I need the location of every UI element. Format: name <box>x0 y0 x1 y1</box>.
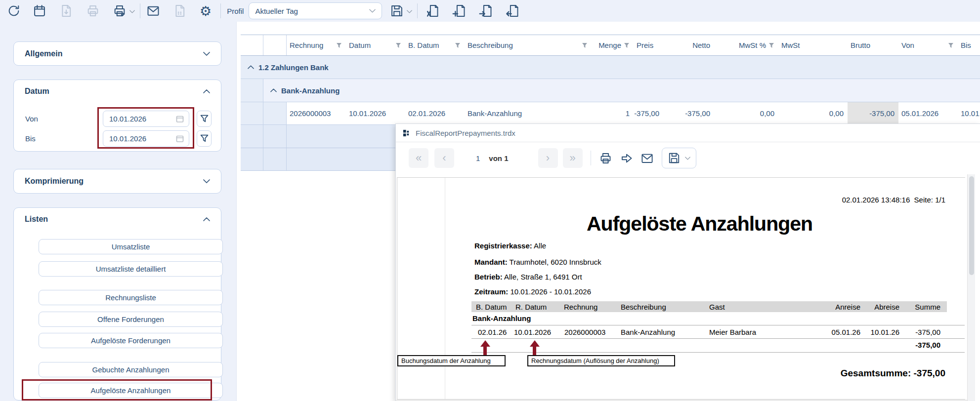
column-label: Beschreibung <box>468 41 513 49</box>
filter-funnel-icon[interactable] <box>948 42 954 48</box>
printer-icon <box>599 152 612 165</box>
button-rechnungsliste[interactable]: Rechnungsliste <box>39 290 223 305</box>
first-page-button[interactable]: « <box>409 148 428 168</box>
meta-label: Mandant: <box>474 258 508 266</box>
meta-label: Zeitraum: <box>474 287 508 296</box>
filter-funnel-icon[interactable] <box>624 42 630 48</box>
collapse-chevron-icon[interactable] <box>248 65 254 69</box>
filter-funnel-icon[interactable] <box>582 42 588 48</box>
rt-header: Beschreibung <box>621 303 666 311</box>
rt-cell-r-datum: 10.01.2026 <box>514 328 551 336</box>
button-offene-forderungen[interactable]: Offene Forderungen <box>39 312 223 327</box>
prev-page-button[interactable]: ‹ <box>434 148 454 168</box>
import-file-button[interactable] <box>506 4 519 18</box>
row-expander-cell2 <box>263 125 287 148</box>
table-row[interactable]: 2026000003 10.01.2026 02.01.2026 Bank-An… <box>241 102 980 125</box>
meta-value: 10.01.2026 - 10.01.2026 <box>511 287 591 296</box>
report-scrollbar[interactable] <box>967 174 975 401</box>
group-row-bank-anzahlung[interactable]: Bank-Anzahlung <box>241 79 980 102</box>
chevron-up-icon <box>203 89 210 93</box>
bis-date-input[interactable]: 10.01.2026 <box>103 130 189 147</box>
rt-header: Gast <box>709 303 725 311</box>
cell-datum: 10.01.2026 <box>346 102 405 124</box>
meta-betrieb: Betrieb: Alle, Straße 1, 6491 Ort <box>474 273 582 281</box>
column-header-datum[interactable]: Datum <box>346 35 405 55</box>
cell-preis: -375,00 <box>634 102 663 124</box>
email-button[interactable] <box>146 4 160 18</box>
profil-label: Profil <box>227 7 244 15</box>
report-print-button[interactable] <box>599 152 612 165</box>
filter-funnel-icon[interactable] <box>336 42 342 48</box>
column-header-rechnung[interactable]: Rechnung <box>287 35 346 55</box>
report-save-split-button[interactable] <box>662 148 696 168</box>
save-dropdown-chevron[interactable] <box>407 7 412 15</box>
button-umsatzliste-detailliert[interactable]: Umsatzliste detailliert <box>39 261 223 277</box>
annotation-arrow-stem <box>533 347 536 355</box>
add-file-button[interactable] <box>452 4 466 18</box>
von-date-input[interactable]: 10.01.2026 <box>103 111 189 127</box>
timestamp-value: 02.01.2026 13:48:16 <box>842 196 910 204</box>
next-page-button[interactable]: › <box>538 148 558 168</box>
scrollbar-thumb[interactable] <box>969 176 974 275</box>
column-header-bis[interactable]: Bis <box>958 35 980 55</box>
von-filter-button[interactable] <box>197 111 212 127</box>
page-number[interactable]: 1 <box>476 154 480 162</box>
first-page-icon: « <box>416 152 422 164</box>
button-gebuchte-anzahlungen[interactable]: Gebuchte Anzahlungen <box>39 362 223 377</box>
annotation-arrow-stem <box>483 347 487 355</box>
grid-header-expander-col2 <box>263 35 287 55</box>
button-umsatzliste[interactable]: Umsatzliste <box>39 239 223 254</box>
cell-von: 05.01.2026 <box>898 102 958 124</box>
group-row-zahlungen-bank[interactable]: 1.2 Zahlungen Bank <box>241 56 980 79</box>
cell-mwst: 0,00 <box>778 102 848 124</box>
file-excel-icon <box>426 4 439 18</box>
panel-datum-header[interactable]: Datum <box>14 80 221 103</box>
profile-select[interactable]: Aktueller Tag <box>249 2 382 19</box>
column-header-von[interactable]: Von <box>898 35 958 55</box>
settings-button[interactable]: ⚙ <box>200 4 212 18</box>
button-aufgeloeste-anzahlungen[interactable]: Aufgelöste Anzahlungen <box>39 383 223 398</box>
refresh-button[interactable] <box>7 4 21 18</box>
column-header-preis[interactable]: Preis <box>634 35 663 55</box>
button-aufgeloeste-forderungen[interactable]: Aufgelöste Forderungen <box>39 333 223 348</box>
floppy-save-icon <box>668 152 681 164</box>
cell-beschreibung: Bank-Anzahlung <box>465 102 592 124</box>
column-label: Brutto <box>851 41 870 49</box>
panel-allgemein: Allgemein <box>13 41 221 66</box>
report-export-button[interactable] <box>620 152 634 165</box>
panel-listen-header[interactable]: Listen <box>14 208 221 231</box>
column-header-netto[interactable]: Netto <box>663 35 714 55</box>
column-header-b-datum[interactable]: B. Datum <box>405 35 465 55</box>
print-button-disabled[interactable] <box>86 4 100 18</box>
cell-brutto-selected[interactable]: -375,00 <box>848 102 898 124</box>
save-profile-button[interactable] <box>390 4 404 18</box>
panel-komprimierung-title: Komprimierung <box>25 177 84 186</box>
filter-funnel-icon[interactable] <box>455 42 461 48</box>
print-dropdown-chevron[interactable] <box>129 7 135 15</box>
calendar-icon <box>176 115 184 123</box>
column-header-menge[interactable]: Menge <box>592 35 634 55</box>
collapse-chevron-icon[interactable] <box>270 88 277 92</box>
filter-funnel-icon[interactable] <box>768 42 774 48</box>
panel-komprimierung-header[interactable]: Komprimierung <box>14 169 221 193</box>
column-header-mwst[interactable]: MwSt <box>778 35 848 55</box>
export-file-button[interactable] <box>479 4 493 18</box>
file-report-button[interactable] <box>173 4 187 18</box>
meta-value: Alle <box>534 241 546 250</box>
last-page-button[interactable]: » <box>563 148 583 168</box>
column-label: Bis <box>961 41 971 49</box>
file-download-button[interactable] <box>59 4 73 18</box>
filter-funnel-icon[interactable] <box>395 42 401 48</box>
column-header-beschreibung[interactable]: Beschreibung <box>465 35 592 55</box>
printer-icon <box>86 4 100 18</box>
print-preview-button[interactable] <box>113 4 127 18</box>
column-header-brutto[interactable]: Brutto <box>848 35 898 55</box>
column-header-mwst-prozent[interactable]: MwSt % <box>714 35 778 55</box>
export-excel-button[interactable] <box>426 4 439 18</box>
report-window-titlebar[interactable]: FiscalReportPrepayments.trdx <box>396 124 980 142</box>
panel-allgemein-header[interactable]: Allgemein <box>14 42 221 65</box>
bis-filter-button[interactable] <box>197 130 212 147</box>
row-expander-cell <box>241 125 263 148</box>
report-email-button[interactable] <box>640 152 654 165</box>
calendar-button[interactable] <box>33 4 46 18</box>
